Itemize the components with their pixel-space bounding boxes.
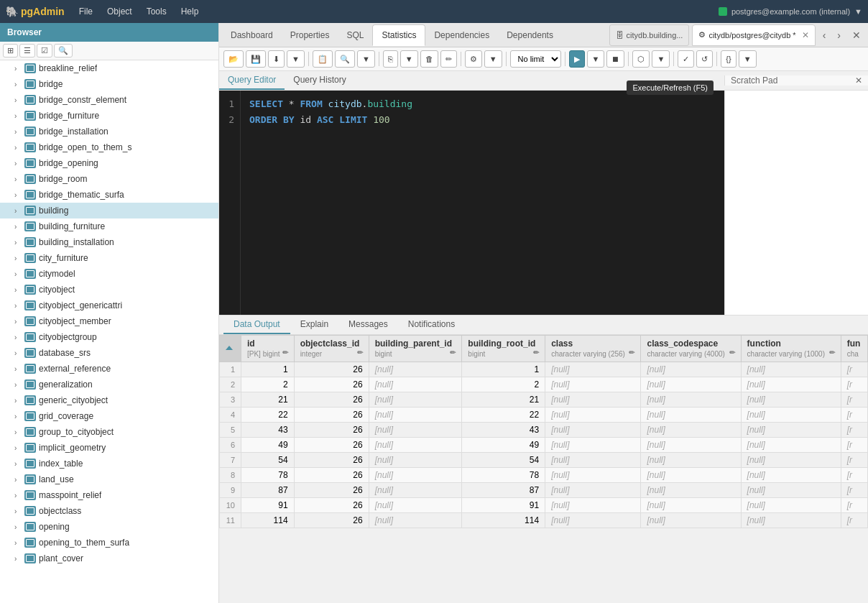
table-icon — [24, 538, 36, 548]
sidebar-item-generic_cityobject[interactable]: › generic_cityobject — [0, 392, 218, 408]
tab-sql[interactable]: SQL — [338, 24, 372, 46]
sidebar-item-bridge_opening[interactable]: › bridge_opening — [0, 155, 218, 171]
col-function[interactable]: function character varying (1000) ✏ — [741, 336, 841, 362]
sidebar-item-group_to_cityobject[interactable]: › group_to_cityobject — [0, 424, 218, 440]
sidebar-item-index_table[interactable]: › index_table — [0, 456, 218, 471]
object-menu[interactable]: Object — [101, 5, 138, 18]
sidebar-item-bridge_room[interactable]: › bridge_room — [0, 171, 218, 187]
commit-button[interactable]: ✓ — [678, 50, 694, 68]
tools-menu[interactable]: Tools — [141, 5, 172, 18]
user-dropdown-icon[interactable]: ▼ — [854, 7, 862, 16]
explain-button[interactable]: ⬡ — [632, 50, 650, 68]
sidebar-item-opening_to_them_surfa[interactable]: › opening_to_them_surfa — [0, 535, 218, 551]
scratch-pad-area[interactable] — [724, 91, 868, 315]
col-building-root-id[interactable]: building_root_id bigint ✏ — [462, 336, 545, 362]
sidebar-item-external_reference[interactable]: › external_reference — [0, 361, 218, 377]
col-class-codespace[interactable]: class_codespace character varying (4000)… — [641, 336, 741, 362]
tab-dashboard[interactable]: Dashboard — [222, 24, 282, 46]
col-class[interactable]: class character varying (256) ✏ — [545, 336, 641, 362]
sidebar-item-masspoint_relief[interactable]: › masspoint_relief — [0, 487, 218, 503]
query-editor-tab[interactable]: Query Editor — [219, 71, 285, 90]
sidebar-item-generalization[interactable]: › generalization — [0, 377, 218, 392]
tab-properties[interactable]: Properties — [282, 24, 338, 46]
filter-dropdown-btn[interactable]: ▼ — [484, 50, 502, 68]
sidebar-tool-properties[interactable]: ☑ — [37, 44, 52, 57]
toolbar-sep-8 — [716, 52, 717, 66]
tab-prev-btn[interactable]: ‹ — [818, 28, 831, 42]
sidebar-item-opening[interactable]: › opening — [0, 519, 218, 535]
tab-close-btn[interactable]: ✕ — [848, 28, 865, 42]
sidebar-item-bridge_open_to_them_s[interactable]: › bridge_open_to_them_s — [0, 139, 218, 155]
tab-notifications[interactable]: Notifications — [398, 316, 465, 334]
tab-dependencies[interactable]: Dependencies — [425, 24, 498, 46]
tab-postgres-query[interactable]: ⚙ citydb/postgres@citydb * ✕ — [692, 24, 815, 46]
query-history-tab[interactable]: Query History — [285, 71, 354, 90]
null-cell: [null] — [545, 468, 641, 483]
save-file-button[interactable]: 💾 — [246, 50, 266, 68]
format-dropdown-btn[interactable]: ▼ — [739, 50, 757, 68]
stop-button[interactable]: ⏹ — [606, 50, 624, 68]
sidebar-item-building_installation[interactable]: › building_installation — [0, 234, 218, 250]
results-tabs: Data Output Explain Messages Notificatio… — [219, 316, 868, 335]
col-objectclass-id[interactable]: objectclass_id integer ✏ — [294, 336, 369, 362]
code-content[interactable]: SELECT * FROM citydb.building ORDER BY i… — [241, 91, 724, 315]
save-dropdown-btn[interactable]: ▼ — [287, 50, 305, 68]
sidebar-item-grid_coverage[interactable]: › grid_coverage — [0, 408, 218, 424]
sidebar-item-land_use[interactable]: › land_use — [0, 471, 218, 487]
filter-button[interactable]: ⚙ — [465, 50, 482, 68]
scratch-pad-close[interactable]: ✕ — [855, 75, 862, 86]
sidebar-item-cityobjectgroup[interactable]: › cityobjectgroup — [0, 329, 218, 345]
sidebar-item-breakline_relief[interactable]: › breakline_relief — [0, 60, 218, 76]
sidebar-item-bridge[interactable]: › bridge — [0, 76, 218, 92]
sidebar-item-building[interactable]: › building — [0, 203, 218, 218]
sidebar-item-city_furniture[interactable]: › city_furniture — [0, 250, 218, 266]
code-editor[interactable]: 1 2 SELECT * FROM citydb.building — [219, 91, 724, 315]
sidebar-item-objectclass[interactable]: › objectclass — [0, 503, 218, 519]
delete-button[interactable]: 🗑 — [420, 50, 438, 68]
format-button[interactable]: {} — [721, 50, 736, 68]
sidebar-tool-list[interactable]: ☰ — [19, 44, 35, 57]
help-menu[interactable]: Help — [175, 5, 205, 18]
tab-explain[interactable]: Explain — [290, 316, 338, 334]
download-button[interactable]: ⬇ — [268, 50, 285, 68]
sidebar-item-cityobject_genericattri[interactable]: › cityobject_genericattri — [0, 298, 218, 313]
tab-data-output[interactable]: Data Output — [223, 316, 290, 334]
file-menu[interactable]: File — [73, 5, 98, 18]
tab-dependents[interactable]: Dependents — [498, 24, 562, 46]
col-building-parent-id[interactable]: building_parent_id bigint ✏ — [369, 336, 462, 362]
sidebar-tool-grid[interactable]: ⊞ — [3, 44, 18, 57]
postgres-tab-close[interactable]: ✕ — [802, 30, 809, 40]
find-dropdown-btn[interactable]: ▼ — [357, 50, 375, 68]
execute-dropdown-btn[interactable]: ▼ — [587, 50, 605, 68]
sidebar-item-implicit_geometry[interactable]: › implicit_geometry — [0, 440, 218, 456]
tab-building-query[interactable]: 🗄 citydb.building... — [609, 24, 690, 46]
table-icon — [24, 111, 36, 121]
sidebar-item-bridge_installation[interactable]: › bridge_installation — [0, 124, 218, 139]
tab-statistics[interactable]: Statistics — [372, 24, 425, 46]
sidebar-item-citymodel[interactable]: › citymodel — [0, 266, 218, 282]
edit-button[interactable]: ✏ — [440, 50, 457, 68]
explain-dropdown-btn[interactable]: ▼ — [652, 50, 670, 68]
sidebar-item-cityobject_member[interactable]: › cityobject_member — [0, 313, 218, 329]
execute-button[interactable]: ▶ — [569, 50, 585, 68]
sidebar-item-bridge_thematic_surfa[interactable]: › bridge_thematic_surfa — [0, 187, 218, 203]
sidebar-item-bridge_constr_element[interactable]: › bridge_constr_element — [0, 92, 218, 108]
sidebar-search-btn[interactable]: 🔍 — [54, 44, 73, 57]
tab-messages[interactable]: Messages — [338, 316, 398, 334]
row-limit-select[interactable]: No limit 100 500 1000 — [510, 50, 561, 68]
sidebar-item-cityobject[interactable]: › cityobject — [0, 282, 218, 298]
sidebar-item-building_furniture[interactable]: › building_furniture — [0, 218, 218, 234]
chevron-icon: › — [14, 128, 24, 136]
sidebar-item-database_srs[interactable]: › database_srs — [0, 345, 218, 361]
paste-button[interactable]: 📋 — [313, 50, 333, 68]
copy-dropdown-btn[interactable]: ▼ — [400, 50, 418, 68]
tab-next-btn[interactable]: › — [833, 28, 845, 42]
find-button[interactable]: 🔍 — [335, 50, 355, 68]
copy-button[interactable]: ⎘ — [383, 50, 398, 68]
sidebar-item-plant_cover[interactable]: › plant_cover — [0, 551, 218, 566]
rollback-button[interactable]: ↺ — [696, 50, 713, 68]
col-fun[interactable]: fun cha — [841, 336, 867, 362]
col-id[interactable]: id [PK] bigint ✏ — [241, 336, 295, 362]
open-file-button[interactable]: 📂 — [223, 50, 244, 68]
sidebar-item-bridge_furniture[interactable]: › bridge_furniture — [0, 108, 218, 124]
